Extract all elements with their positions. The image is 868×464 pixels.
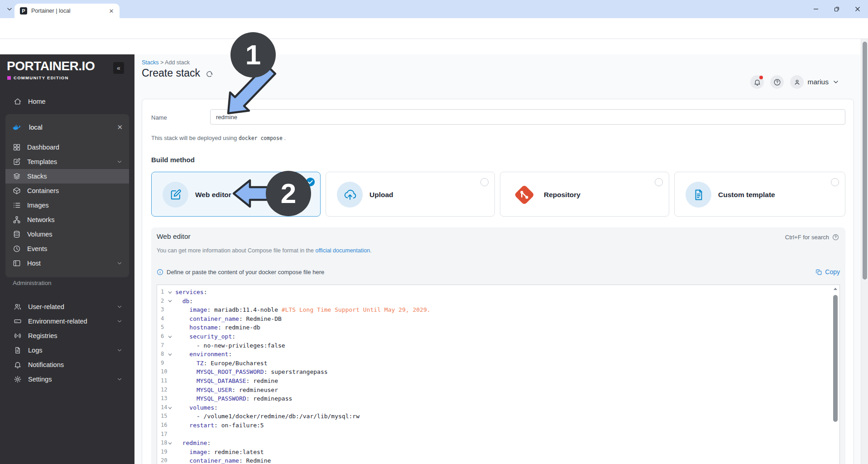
sidebar-item-events[interactable]: Events	[5, 242, 129, 256]
sidebar-item-notifications[interactable]: Notifications	[5, 358, 129, 372]
breadcrumb-stacks-link[interactable]: Stacks	[142, 59, 159, 66]
code-line: 2 db:	[157, 297, 839, 306]
browser-tabstrip: P Portainer | local ✕	[0, 0, 868, 18]
volumes-icon	[13, 230, 21, 238]
page-scrollbar[interactable]	[861, 39, 868, 464]
fold-chevron-icon[interactable]	[168, 288, 175, 297]
code-text: image: redmine:latest	[175, 448, 264, 457]
code-line: 19 image: redmine:latest	[157, 448, 839, 457]
user-icon	[790, 75, 804, 89]
editor-scrollbar[interactable]	[833, 287, 838, 464]
user-menu[interactable]: marius	[790, 75, 839, 89]
sidebar-item-dashboard[interactable]: Dashboard	[5, 140, 129, 155]
window-close-button[interactable]	[847, 0, 868, 18]
sidebar-item-templates[interactable]: Templates	[5, 155, 129, 169]
editor-scrollbar-thumb[interactable]	[833, 295, 838, 422]
radio-button[interactable]	[655, 178, 663, 186]
sidebar-item-containers[interactable]: Containers	[5, 184, 129, 198]
compose-code-editor[interactable]: 1services:2 db:3 image: mariadb:11.4-nob…	[157, 285, 840, 464]
home-icon	[14, 97, 22, 106]
tab-close-icon[interactable]: ✕	[108, 8, 115, 14]
code-text: container_name: Redmine-DB	[175, 314, 282, 324]
sidebar-item-user-related[interactable]: User-related	[5, 300, 129, 314]
sidebar-item-networks[interactable]: Networks	[5, 213, 129, 227]
breadcrumb: Stacks > Add stack	[142, 59, 190, 66]
networks-icon	[13, 216, 21, 224]
browser-toolbar: Not secure 192.168.1.18:9000/#!/2/docker…	[0, 18, 868, 39]
sidebar-item-images[interactable]: Images	[5, 198, 129, 213]
logs-icon	[14, 346, 22, 354]
breadcrumb-separator: >	[160, 59, 163, 66]
deploy-note-code: docker compose	[239, 135, 283, 141]
sidebar-item-home[interactable]: Home	[5, 94, 129, 109]
browser-tab[interactable]: P Portainer | local ✕	[14, 4, 120, 18]
chevron-down-icon	[832, 78, 839, 86]
edition-label: COMMUNITY EDITION	[7, 75, 69, 80]
page-scrollbar-thumb[interactable]	[863, 42, 867, 280]
environment-name: local	[29, 124, 43, 131]
sidebar-item-logs[interactable]: Logs	[5, 343, 129, 358]
line-number: 1	[157, 288, 168, 297]
help-button[interactable]	[770, 75, 784, 89]
settings-icon	[14, 375, 22, 383]
copy-button[interactable]: Copy	[815, 268, 840, 276]
username: marius	[807, 78, 829, 86]
code-line: 18 redmine:	[157, 439, 839, 448]
selected-check-icon	[306, 177, 315, 187]
tab-search-icon[interactable]	[5, 4, 14, 14]
build-method-custom-template[interactable]: Custom template	[674, 172, 845, 217]
build-method-label: Upload	[369, 172, 393, 217]
line-number: 5	[157, 323, 168, 332]
scrollbar-up-arrow	[833, 287, 838, 291]
build-method-upload[interactable]: Upload	[326, 172, 495, 217]
fold-chevron-icon[interactable]	[168, 350, 175, 359]
radio-button[interactable]	[831, 178, 839, 186]
fold-chevron-icon[interactable]	[168, 403, 175, 412]
sidebar-item-registries[interactable]: Registries	[5, 329, 129, 343]
window-restore-button[interactable]	[826, 0, 847, 18]
containers-icon	[13, 187, 21, 195]
environment-header[interactable]: local ✕	[5, 120, 129, 135]
fold-chevron-icon[interactable]	[168, 297, 175, 306]
code-line: 9 TZ: Europe/Bucharest	[157, 359, 839, 368]
code-text: image: mariadb:11.4-noble #LTS Long Time…	[175, 305, 431, 314]
web-editor-title: Web editor	[157, 232, 191, 241]
sidebar-item-environment-related[interactable]: Environment-related	[5, 314, 129, 329]
sidebar-item-label: Templates	[27, 158, 57, 165]
sidebar-item-volumes[interactable]: Volumes	[5, 227, 129, 242]
fold-spacer	[168, 323, 175, 332]
build-method-repository[interactable]: Repository	[500, 172, 669, 217]
sidebar-collapse-button[interactable]: «	[113, 62, 124, 74]
sidebar-item-stacks[interactable]: Stacks	[5, 169, 129, 184]
stack-name-input[interactable]	[210, 109, 845, 125]
notifications-bell-button[interactable]	[750, 75, 764, 89]
editor-hint: Define or paste the content of your dock…	[157, 269, 324, 276]
radio-button[interactable]	[480, 178, 489, 186]
chevron-down-icon	[116, 347, 123, 353]
sidebar: PORTAINER.IO COMMUNITY EDITION « Home lo…	[0, 54, 134, 464]
create-stack-card: Name This stack will be deployed using d…	[142, 99, 854, 464]
build-method-web-editor[interactable]: Web editor	[151, 172, 321, 217]
fold-chevron-icon[interactable]	[168, 439, 175, 448]
line-number: 18	[157, 439, 168, 448]
repository-icon	[511, 182, 537, 208]
fold-spacer	[168, 314, 175, 324]
code-line: 6 security_opt:	[157, 332, 839, 341]
fold-chevron-icon[interactable]	[168, 332, 175, 341]
line-number: 6	[157, 332, 168, 341]
sidebar-item-host[interactable]: Host	[5, 256, 129, 271]
refresh-icon[interactable]	[206, 70, 213, 78]
fold-spacer	[168, 359, 175, 368]
name-label: Name	[151, 114, 167, 121]
official-documentation-link[interactable]: official documentation	[315, 247, 370, 254]
fold-spacer	[168, 456, 175, 464]
code-line: 14 volumes:	[157, 403, 839, 412]
code-text: db:	[175, 297, 193, 306]
chevron-down-icon	[116, 376, 123, 382]
environment-close-icon[interactable]: ✕	[117, 123, 123, 131]
window-minimize-button[interactable]	[806, 0, 826, 18]
code-line: 13 MYSQL_PASSWORD: redminepass	[157, 394, 839, 403]
code-text: MYSQL_ROOT_PASSWORD: superstrangepass	[175, 367, 328, 377]
sidebar-item-label: Notifications	[28, 361, 64, 368]
sidebar-item-settings[interactable]: Settings	[5, 372, 129, 387]
